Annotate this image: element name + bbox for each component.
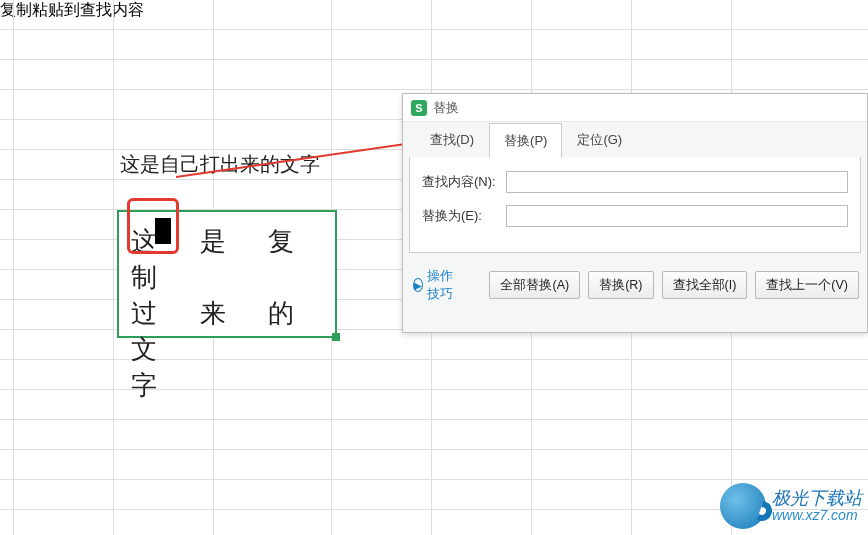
selected-cell[interactable]: 这 是 复 制 过 来 的 文 字 (117, 210, 337, 338)
app-icon: S (411, 100, 427, 116)
find-prev-button[interactable]: 查找上一个(V) (755, 271, 859, 299)
dialog-tabs: 查找(D) 替换(P) 定位(G) (403, 122, 867, 157)
tab-find[interactable]: 查找(D) (415, 122, 489, 157)
replace-with-input[interactable] (506, 205, 848, 227)
copied-text-row-3: 字 (131, 368, 325, 404)
watermark-site-name: 极光下载站 (772, 489, 862, 508)
typed-text-cell[interactable]: 这是自己打出来的文字 (120, 151, 320, 178)
dialog-title: 替换 (433, 99, 459, 117)
find-all-button[interactable]: 查找全部(I) (662, 271, 748, 299)
replace-with-label: 替换为(E): (422, 207, 500, 225)
find-what-label: 查找内容(N): (422, 173, 500, 191)
tab-goto[interactable]: 定位(G) (562, 122, 637, 157)
dialog-titlebar[interactable]: S 替换 (403, 94, 867, 122)
tab-replace[interactable]: 替换(P) (489, 123, 562, 158)
copied-text-row-2: 过 来 的 文 (131, 296, 325, 368)
dialog-body: 查找内容(N): 替换为(E): (409, 157, 861, 253)
watermark-logo-icon (720, 483, 766, 529)
replace-button[interactable]: 替换(R) (588, 271, 653, 299)
tips-link[interactable]: ▶ 操作技巧 (413, 267, 461, 303)
watermark: 极光下载站 www.xz7.com (720, 483, 862, 529)
selected-space-char (155, 218, 171, 244)
replace-dialog: S 替换 查找(D) 替换(P) 定位(G) 查找内容(N): 替换为(E): … (402, 93, 868, 333)
find-what-input[interactable] (506, 171, 848, 193)
dialog-footer: ▶ 操作技巧 全部替换(A) 替换(R) 查找全部(I) 查找上一个(V) (403, 253, 867, 303)
play-icon: ▶ (413, 278, 423, 292)
cell-fill-handle[interactable] (332, 333, 340, 341)
watermark-site-url: www.xz7.com (772, 508, 862, 523)
replace-all-button[interactable]: 全部替换(A) (489, 271, 580, 299)
tips-link-label: 操作技巧 (427, 267, 461, 303)
